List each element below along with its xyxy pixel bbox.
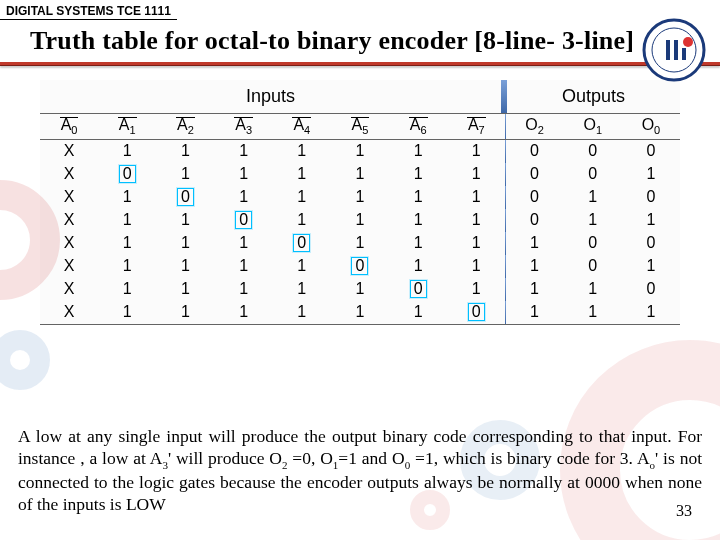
- cell: 1: [156, 232, 214, 255]
- cell: 1: [389, 301, 447, 324]
- cell: X: [40, 301, 98, 324]
- col-header-in-5: A5: [331, 114, 389, 139]
- cell: 1: [98, 278, 156, 301]
- col-header-in-7: A7: [447, 114, 505, 139]
- cell: 1: [331, 209, 389, 232]
- cell: 1: [447, 255, 505, 278]
- cell: 1: [331, 186, 389, 209]
- cell: 1: [273, 301, 331, 324]
- cell: 1: [273, 186, 331, 209]
- cell: 1: [331, 163, 389, 186]
- cell: 1: [564, 186, 622, 209]
- cell: 1: [622, 301, 680, 324]
- cell: 0: [622, 186, 680, 209]
- cell: 1: [215, 163, 273, 186]
- cell: 1: [389, 209, 447, 232]
- cell: 0: [331, 255, 389, 278]
- cell: 1: [505, 255, 563, 278]
- cell: 1: [273, 163, 331, 186]
- table-row: X1111011101: [40, 255, 680, 278]
- cell: 1: [98, 186, 156, 209]
- cell: 1: [98, 140, 156, 163]
- page-title: Truth table for octal-to binary encoder …: [30, 26, 720, 56]
- title-separator: [0, 62, 720, 66]
- cell: 0: [564, 140, 622, 163]
- table-row: X1111110111: [40, 301, 680, 324]
- cell: 1: [505, 232, 563, 255]
- cell: 0: [564, 163, 622, 186]
- col-header-in-4: A4: [273, 114, 331, 139]
- inputs-label: Inputs: [40, 80, 501, 113]
- cell: 0: [505, 186, 563, 209]
- cell: 1: [331, 232, 389, 255]
- cell: 1: [622, 209, 680, 232]
- cell: 1: [331, 301, 389, 324]
- cell: 1: [447, 232, 505, 255]
- cell: 1: [215, 140, 273, 163]
- truth-table: Inputs Outputs A0A1A2A3A4A5A6A7O2O1O0 X1…: [40, 80, 680, 325]
- col-header-in-1: A1: [98, 114, 156, 139]
- institution-logo-icon: [642, 18, 706, 82]
- cell: 1: [505, 301, 563, 324]
- cell: 1: [331, 140, 389, 163]
- cell: 0: [505, 209, 563, 232]
- table-row: X1110111100: [40, 232, 680, 255]
- cell: 0: [447, 301, 505, 324]
- cell: 1: [156, 301, 214, 324]
- col-header-out-2: O2: [505, 114, 563, 139]
- cell: 1: [273, 209, 331, 232]
- col-header-in-6: A6: [389, 114, 447, 139]
- cell: 1: [447, 186, 505, 209]
- course-tag: DIGITAL SYSTEMS TCE 1111: [0, 0, 177, 20]
- cell: 1: [273, 140, 331, 163]
- cell: 1: [505, 278, 563, 301]
- cell: 1: [156, 140, 214, 163]
- cell: 1: [98, 209, 156, 232]
- svg-rect-4: [674, 40, 678, 60]
- cell: 0: [215, 209, 273, 232]
- cell: 0: [622, 278, 680, 301]
- cell: 0: [564, 232, 622, 255]
- cell: X: [40, 278, 98, 301]
- outputs-label: Outputs: [507, 80, 680, 113]
- cell: X: [40, 163, 98, 186]
- cell: 0: [564, 255, 622, 278]
- cell: 1: [156, 163, 214, 186]
- cell: 0: [505, 163, 563, 186]
- cell: 1: [622, 255, 680, 278]
- table-row: X0111111001: [40, 163, 680, 186]
- cell: 1: [564, 209, 622, 232]
- cell: 1: [389, 186, 447, 209]
- svg-rect-5: [682, 48, 686, 60]
- cell: 1: [389, 255, 447, 278]
- cell: 0: [622, 140, 680, 163]
- table-row: X1111111000: [40, 140, 680, 163]
- cell: 1: [215, 301, 273, 324]
- cell: 1: [447, 278, 505, 301]
- cell: 1: [215, 232, 273, 255]
- cell: 1: [389, 140, 447, 163]
- page-number: 33: [676, 502, 692, 520]
- cell: 0: [98, 163, 156, 186]
- cell: 1: [98, 232, 156, 255]
- col-header-in-2: A2: [156, 114, 214, 139]
- cell: 0: [156, 186, 214, 209]
- explanation-text: A low at any single input will produce t…: [18, 426, 702, 516]
- cell: 1: [156, 255, 214, 278]
- cell: 1: [331, 278, 389, 301]
- cell: 1: [215, 255, 273, 278]
- cell: 1: [622, 163, 680, 186]
- cell: 1: [215, 186, 273, 209]
- cell: 1: [156, 209, 214, 232]
- cell: 1: [447, 209, 505, 232]
- table-row: X1101111011: [40, 209, 680, 232]
- table-row: X1011111010: [40, 186, 680, 209]
- cell: 0: [273, 232, 331, 255]
- cell: 0: [622, 232, 680, 255]
- svg-rect-3: [666, 40, 670, 60]
- cell: X: [40, 140, 98, 163]
- cell: 1: [215, 278, 273, 301]
- table-row: X1111101110: [40, 278, 680, 301]
- cell: 1: [156, 278, 214, 301]
- cell: 1: [564, 301, 622, 324]
